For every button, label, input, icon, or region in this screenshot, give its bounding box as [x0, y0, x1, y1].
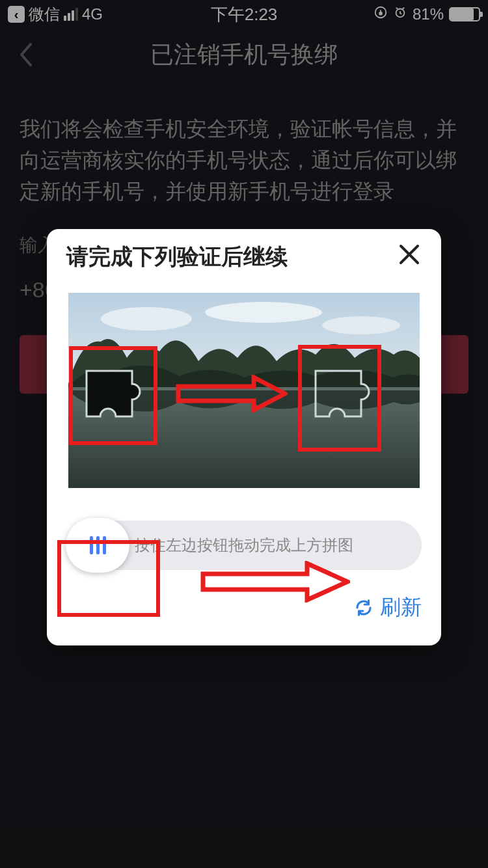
annotation-box-handle [57, 540, 160, 617]
svg-point-6 [322, 316, 400, 334]
annotation-arrow-slider [200, 561, 350, 603]
svg-point-5 [205, 302, 322, 323]
refresh-icon [354, 598, 373, 617]
modal-title: 请完成下列验证后继续 [66, 242, 397, 272]
close-button[interactable] [397, 241, 422, 273]
annotation-box-left [69, 346, 157, 445]
refresh-label: 刷新 [380, 593, 422, 622]
captcha-modal: 请完成下列验证后继续 [47, 229, 441, 645]
svg-point-4 [101, 307, 192, 331]
annotation-box-right [298, 345, 381, 452]
annotation-arrow-image [176, 375, 288, 413]
captcha-image [66, 293, 422, 488]
close-icon [397, 242, 422, 267]
